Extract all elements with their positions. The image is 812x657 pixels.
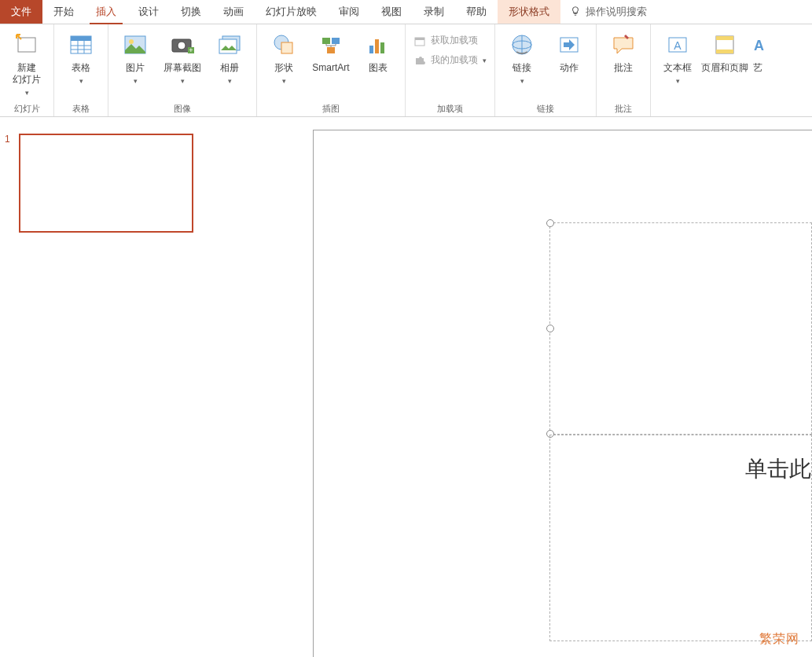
smartart-button[interactable]: SmartArt — [309, 28, 353, 74]
chevron-down-icon: ▾ — [134, 77, 138, 85]
album-button[interactable]: 相册 ▾ — [208, 28, 252, 85]
chevron-down-icon: ▾ — [483, 57, 487, 64]
chevron-down-icon: ▾ — [520, 77, 524, 85]
chevron-down-icon: ▾ — [79, 77, 83, 85]
album-label: 相册 — [220, 62, 239, 74]
title-placeholder[interactable] — [549, 222, 812, 435]
svg-rect-24 — [415, 38, 424, 40]
tab-record[interactable]: 录制 — [413, 0, 455, 24]
textbox-icon: A — [663, 31, 692, 59]
tab-home[interactable]: 开始 — [42, 0, 85, 24]
svg-rect-20 — [369, 46, 373, 53]
wordart-label: 艺 — [753, 62, 762, 74]
get-addins-label: 获取加载项 — [431, 34, 478, 47]
tab-file[interactable]: 文件 — [0, 0, 42, 24]
smartart-icon — [317, 31, 345, 59]
tab-review[interactable]: 审阅 — [328, 0, 370, 24]
svg-rect-34 — [716, 50, 733, 53]
chevron-down-icon: ▾ — [282, 77, 286, 85]
svg-rect-21 — [375, 39, 379, 53]
tab-transitions[interactable]: 切换 — [170, 0, 212, 24]
svg-rect-33 — [716, 36, 733, 40]
header-footer-button[interactable]: 页眉和页脚 — [703, 28, 747, 74]
my-addins-button[interactable]: 我的加载项 ▾ — [410, 52, 490, 68]
group-addins-label: 加载项 — [437, 102, 463, 115]
svg-rect-14 — [219, 39, 237, 53]
group-links-label: 链接 — [537, 102, 554, 115]
screenshot-button[interactable]: + 屏幕截图 ▾ — [160, 28, 204, 85]
tab-shape-format[interactable]: 形状格式 — [498, 0, 560, 24]
store-icon — [413, 35, 426, 47]
group-links: 链接 ▾ 动作 链接 — [495, 24, 597, 116]
svg-rect-19 — [327, 47, 335, 53]
slide-thumbnail[interactable] — [19, 134, 193, 233]
comment-label: 批注 — [614, 62, 633, 74]
header-footer-label: 页眉和页脚 — [701, 62, 748, 74]
svg-rect-18 — [332, 38, 340, 44]
action-icon — [555, 31, 583, 59]
body-placeholder-text: 单击此 — [745, 454, 811, 484]
slide-editor[interactable]: 单击此 — [211, 118, 812, 657]
body-placeholder[interactable]: 单击此 — [549, 435, 812, 641]
tab-design[interactable]: 设计 — [127, 0, 170, 24]
table-icon — [67, 31, 95, 59]
comment-button[interactable]: 批注 — [601, 28, 645, 74]
get-addins-button[interactable]: 获取加载项 — [410, 32, 490, 49]
picture-icon — [121, 31, 149, 59]
watermark: 繁荣网 — [759, 631, 799, 648]
tab-view[interactable]: 视图 — [370, 0, 413, 24]
shapes-label: 形状 — [274, 62, 293, 74]
wordart-icon: A — [744, 31, 772, 59]
group-illustrations: 形状 ▾ SmartArt 图表 插图 — [257, 24, 406, 116]
action-button[interactable]: 动作 — [547, 28, 591, 74]
resize-handle[interactable] — [546, 325, 554, 332]
screenshot-icon: + — [168, 31, 197, 59]
header-footer-icon — [711, 31, 739, 59]
resize-handle[interactable] — [546, 219, 554, 227]
link-icon — [508, 31, 536, 59]
thumbnail-row[interactable]: 1 — [0, 134, 211, 233]
group-images: 图片 ▾ + 屏幕截图 ▾ 相册 ▾ 图像 — [108, 24, 257, 116]
group-slides-label: 幻灯片 — [14, 102, 40, 115]
table-label: 表格 — [72, 62, 90, 74]
slide-canvas[interactable]: 单击此 — [313, 130, 812, 657]
lightbulb-icon — [570, 6, 581, 19]
table-button[interactable]: 表格 ▾ — [59, 28, 103, 85]
tab-slideshow[interactable]: 幻灯片放映 — [255, 0, 328, 24]
tab-help[interactable]: 帮助 — [455, 0, 498, 24]
new-slide-icon — [13, 31, 41, 59]
chevron-down-icon: ▾ — [228, 77, 232, 85]
tab-animations[interactable]: 动画 — [212, 0, 255, 24]
workspace: 1 单击此 — [0, 118, 812, 657]
new-slide-label: 新建 幻灯片 — [13, 62, 41, 86]
shapes-button[interactable]: 形状 ▾ — [262, 28, 306, 85]
chevron-down-icon: ▾ — [25, 89, 29, 97]
svg-rect-22 — [380, 42, 384, 53]
svg-text:A: A — [754, 38, 764, 53]
textbox-button[interactable]: A 文本框 ▾ — [656, 28, 700, 85]
my-addins-label: 我的加载项 — [431, 53, 478, 67]
pictures-label: 图片 — [126, 62, 145, 74]
chevron-down-icon: ▾ — [676, 77, 680, 85]
chart-button[interactable]: 图表 — [356, 28, 400, 74]
wordart-button[interactable]: A 艺 — [750, 28, 766, 74]
group-slides: 新建 幻灯片 ▾ 幻灯片 — [0, 24, 54, 116]
group-tables: 表格 ▾ 表格 — [54, 24, 108, 116]
svg-rect-16 — [281, 42, 292, 53]
tell-me-search[interactable]: 操作说明搜索 — [560, 0, 656, 24]
shapes-icon — [270, 31, 298, 59]
thumbnail-pane: 1 — [0, 118, 211, 657]
ribbon: 新建 幻灯片 ▾ 幻灯片 表格 ▾ 表格 图片 ▾ — [0, 24, 812, 117]
link-button[interactable]: 链接 ▾ — [500, 28, 544, 85]
svg-rect-2 — [71, 36, 91, 41]
chart-label: 图表 — [369, 62, 388, 74]
svg-text:+: + — [189, 46, 193, 54]
smartart-label: SmartArt — [312, 62, 349, 74]
new-slide-button[interactable]: 新建 幻灯片 ▾ — [5, 28, 49, 97]
group-comments-label: 批注 — [615, 102, 632, 115]
textbox-label: 文本框 — [663, 62, 692, 74]
svg-point-8 — [129, 39, 134, 44]
link-label: 链接 — [513, 62, 531, 74]
tab-insert[interactable]: 插入 — [85, 0, 127, 24]
pictures-button[interactable]: 图片 ▾ — [113, 28, 157, 85]
